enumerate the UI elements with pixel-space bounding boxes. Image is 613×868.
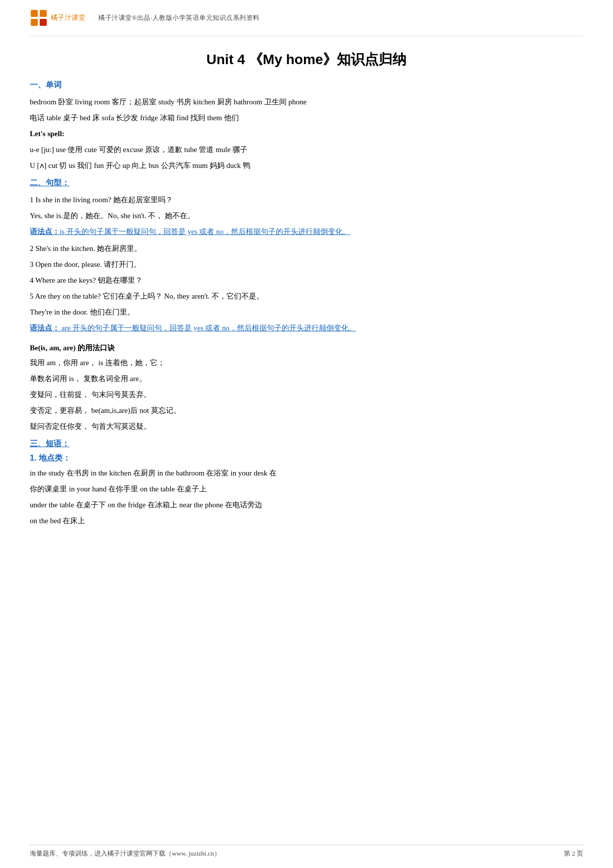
- grammar1-text: is 开头的句子属于一般疑问句，回答是 yes 或者 no，然后根据句子的开头进…: [60, 228, 350, 236]
- header: 橘子汁课堂 橘子汁课堂®出品·人教版小学英语单元知识点系列资料: [30, 0, 583, 32]
- words-line1: bedroom 卧室 living room 客厅；起居室 study 书房 k…: [30, 94, 583, 109]
- footer-right: 第 2 页: [564, 849, 583, 858]
- sentence-6: 5 Are they on the table? 它们在桌子上吗？ No, th…: [30, 289, 583, 304]
- sentence-2: Yes, she is.是的，她在。No, she isn't. 不， 她不在。: [30, 208, 583, 223]
- be-line4: 变否定，更容易， be(am,is,are)后 not 莫忘记。: [30, 403, 583, 418]
- section-phrases: 三、短语： 1. 地点类： in the study 在书房 in the ki…: [30, 439, 583, 528]
- words-heading: 一、单词: [30, 80, 583, 90]
- section-be-verb: Be(is, am, are) 的用法口诀 我用 am，你用 are， is 连…: [30, 340, 583, 434]
- be-heading: Be(is, am, are) 的用法口诀: [30, 340, 583, 355]
- sentence-1: 1 Is she in the living room? 她在起居室里吗？: [30, 192, 583, 207]
- section-sentences: 二、句型： 1 Is she in the living room? 她在起居室…: [30, 178, 583, 335]
- sentence-5: 4 Where are the keys? 钥匙在哪里？: [30, 273, 583, 288]
- phrases-line2: 你的课桌里 in your hand 在你手里 on the table 在桌子…: [30, 481, 583, 496]
- page-title: Unit 4 《My home》知识点归纳: [30, 50, 583, 69]
- sentence-4: 3 Open the door, please. 请打开门。: [30, 257, 583, 272]
- footer-left: 海量题库、专项训练，进入橘子汁课堂官网下载（www. juzizhi.cn）: [30, 849, 221, 858]
- header-subtitle: 橘子汁课堂®出品·人教版小学英语单元知识点系列资料: [98, 13, 260, 22]
- footer: 海量题库、专项训练，进入橘子汁课堂官网下载（www. juzizhi.cn） 第…: [30, 845, 583, 858]
- sentence-7: They're in the door. 他们在门里。: [30, 305, 583, 319]
- be-line2: 单数名词用 is， 复数名词全用 are。: [30, 371, 583, 386]
- svg-rect-2: [31, 19, 38, 26]
- phrases-heading: 三、短语：: [30, 439, 583, 449]
- phrases-sub1: 1. 地点类：: [30, 453, 583, 464]
- spell-line1: u-e [ju:] use 使用 cute 可爱的 excuse 原谅，道歉 t…: [30, 142, 583, 157]
- phrases-line4: on the bed 在床上: [30, 513, 583, 528]
- grammar2-text: are 开头的句子属于一般疑问句，回答是 yes 或者 no，然后根据句子的开头…: [60, 324, 356, 332]
- phrases-line3: under the table 在桌子下 on the fridge 在冰箱上 …: [30, 497, 583, 512]
- be-line3: 变疑问，往前提， 句末问号莫丢弃。: [30, 387, 583, 402]
- logo-icon: [30, 9, 48, 27]
- section-words: 一、单词 bedroom 卧室 living room 客厅；起居室 study…: [30, 80, 583, 173]
- svg-rect-1: [40, 10, 47, 17]
- logo-box: 橘子汁课堂: [30, 9, 85, 27]
- spell-heading: Let's spell:: [30, 126, 583, 141]
- sentences-heading: 二、句型：: [30, 178, 583, 188]
- words-line2: 电话 table 桌子 bed 床 sofa 长沙发 fridge 冰箱 fin…: [30, 110, 583, 125]
- spell-line2: U [ʌ] cut 切 us 我们 fun 开心 up 向上 bus 公共汽车 …: [30, 158, 583, 173]
- phrases-line1: in the study 在书房 in the kitchen 在厨房 in t…: [30, 466, 583, 480]
- sentence-3: 2 She's in the kitchen. 她在厨房里。: [30, 241, 583, 256]
- grammar2-label: 语法点：: [30, 324, 60, 332]
- grammar1-label: 语法点：: [30, 228, 60, 236]
- grammar-note-2: 语法点： are 开头的句子属于一般疑问句，回答是 yes 或者 no，然后根据…: [30, 320, 583, 335]
- logo-brand-text: 橘子汁课堂: [51, 13, 85, 22]
- be-line1: 我用 am，你用 are， is 连着他，她，它；: [30, 355, 583, 370]
- svg-rect-3: [40, 19, 47, 26]
- be-line5: 疑问否定任你变， 句首大写莫迟疑。: [30, 419, 583, 434]
- svg-rect-0: [31, 10, 38, 17]
- header-divider: [30, 36, 583, 36]
- grammar-note-1: 语法点：is 开头的句子属于一般疑问句，回答是 yes 或者 no，然后根据句子…: [30, 224, 583, 239]
